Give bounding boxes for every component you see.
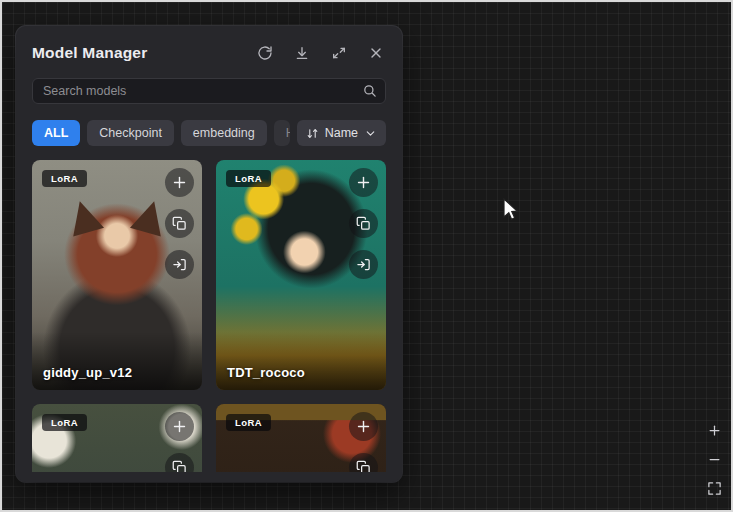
panel-toolbar [255,43,386,63]
copy-icon [356,216,371,231]
add-model-button[interactable] [349,412,378,441]
model-type-badge: LoRA [42,414,87,431]
refresh-icon [257,45,273,61]
model-name: TDT_rococo [227,365,305,380]
close-button[interactable] [366,43,386,63]
model-type-badge: LoRA [226,414,271,431]
plus-icon [171,174,188,191]
copy-icon [172,460,187,472]
expand-button[interactable] [329,43,349,63]
card-bottom-gradient [32,332,202,390]
refresh-button[interactable] [255,43,275,63]
plus-icon [355,174,372,191]
filter-bar: ALL Checkpoint embedding Hyper Name [32,120,386,146]
import-icon [356,257,371,272]
search-bar [32,78,386,104]
expand-icon [331,45,347,61]
copy-model-button[interactable] [349,453,378,472]
chevron-down-icon [364,127,377,140]
search-input[interactable] [32,78,386,104]
search-icon [362,83,377,98]
sort-dropdown[interactable]: Name [297,120,386,146]
card-actions [165,168,194,279]
add-model-button[interactable] [349,168,378,197]
node-editor-canvas[interactable]: Model Manager ALL Chec [0,0,733,512]
mouse-cursor [502,198,520,224]
model-name: giddy_up_v12 [43,365,132,380]
model-card-grid: LoRA giddy_up_v12 LoR [32,160,386,472]
filter-chip-hyper[interactable]: Hyper [274,120,290,146]
card-actions [349,412,378,472]
plus-icon [355,418,372,435]
card-actions [349,168,378,279]
panel-header: Model Manager [32,42,386,64]
panel-title: Model Manager [32,44,147,62]
load-workflow-button[interactable] [165,250,194,279]
sort-icon [306,127,319,140]
filter-chip-all[interactable]: ALL [32,120,80,146]
fit-view-icon [707,481,722,496]
copy-model-button[interactable] [165,453,194,472]
model-card[interactable]: LoRA [216,404,386,472]
sort-label: Name [325,126,358,140]
minus-icon [707,452,722,467]
plus-icon [707,423,722,438]
fit-view-button[interactable] [704,478,724,498]
card-bottom-gradient [216,332,386,390]
model-type-badge: LoRA [226,170,271,187]
card-actions [165,412,194,472]
copy-model-button[interactable] [349,209,378,238]
load-workflow-button[interactable] [349,250,378,279]
model-type-badge: LoRA [42,170,87,187]
close-icon [368,45,384,61]
filter-chip-embedding[interactable]: embedding [181,120,267,146]
add-model-button[interactable] [165,412,194,441]
model-card[interactable]: LoRA TDT_rococo [216,160,386,390]
add-model-button[interactable] [165,168,194,197]
model-card[interactable]: LoRA [32,404,202,472]
zoom-in-button[interactable] [704,420,724,440]
plus-icon [171,418,188,435]
copy-model-button[interactable] [165,209,194,238]
download-icon [294,45,310,61]
import-icon [172,257,187,272]
canvas-zoom-controls [704,420,724,498]
model-card[interactable]: LoRA giddy_up_v12 [32,160,202,390]
model-manager-panel: Model Manager ALL Chec [16,26,402,482]
download-button[interactable] [292,43,312,63]
zoom-out-button[interactable] [704,449,724,469]
copy-icon [356,460,371,472]
copy-icon [172,216,187,231]
filter-chip-checkpoint[interactable]: Checkpoint [87,120,174,146]
